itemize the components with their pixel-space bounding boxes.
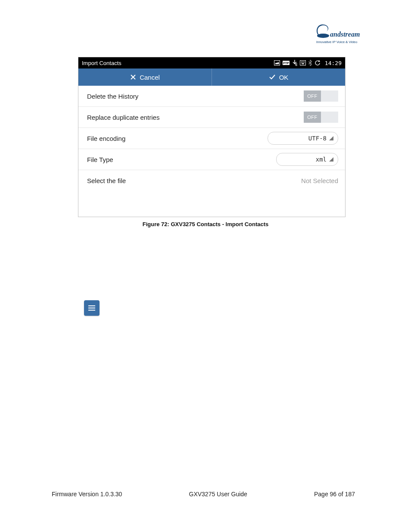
ftp-icon: FTP — [283, 61, 290, 65]
brand-logo: andstream Innovative IP Voice & Video — [316, 24, 364, 44]
svg-rect-7 — [301, 62, 302, 62]
svg-rect-8 — [302, 62, 303, 62]
select-file-label: Select the file — [87, 177, 301, 184]
file-encoding-label: File encoding — [87, 135, 268, 142]
cancel-label: Cancel — [140, 74, 160, 81]
keyboard-icon — [300, 60, 306, 65]
row-delete-history: Delete the History OFF — [78, 86, 345, 107]
close-icon — [130, 74, 136, 80]
svg-point-0 — [317, 34, 329, 38]
page-footer: Firmware Version 1.0.3.30 GXV3275 User G… — [0, 491, 411, 498]
row-file-encoding: File encoding UTF-8 — [78, 128, 345, 149]
check-icon — [269, 74, 276, 80]
figure-caption: Figure 72: GXV3275 Contacts - Import Con… — [0, 221, 411, 227]
dropdown-triangle-icon — [329, 136, 333, 140]
cancel-button[interactable]: Cancel — [78, 68, 212, 86]
row-replace-duplicate: Replace duplicate entries OFF — [78, 107, 345, 128]
dropdown-triangle-icon — [329, 157, 333, 162]
svg-rect-6 — [300, 61, 305, 65]
delete-history-toggle[interactable]: OFF — [304, 90, 338, 102]
download-icon — [292, 60, 297, 66]
svg-rect-10 — [302, 63, 304, 64]
toggle-knob — [321, 90, 338, 102]
replace-duplicate-label: Replace duplicate entries — [87, 114, 304, 121]
row-select-file[interactable]: Select the file Not Selected — [78, 170, 345, 191]
svg-text:andstream: andstream — [330, 31, 360, 38]
footer-firmware: Firmware Version 1.0.3.30 — [52, 491, 122, 498]
menu-icon-button[interactable] — [84, 300, 100, 316]
svg-rect-2 — [274, 61, 280, 65]
svg-rect-9 — [304, 62, 305, 62]
delete-history-label: Delete the History — [87, 93, 304, 100]
bluetooth-icon — [308, 60, 312, 66]
status-icons: FTP 14:29 — [274, 60, 342, 66]
ok-button[interactable]: OK — [212, 68, 345, 86]
toggle-knob — [321, 112, 338, 123]
file-encoding-spinner[interactable]: UTF-8 — [268, 132, 338, 145]
sync-icon — [314, 60, 321, 66]
device-screenshot: Import Contacts FTP 14:29 Cancel OK Dele… — [78, 57, 346, 217]
hamburger-icon — [88, 305, 96, 311]
footer-guide-title: GXV3275 User Guide — [189, 491, 247, 498]
file-type-label: File Type — [87, 156, 276, 163]
replace-duplicate-toggle[interactable]: OFF — [304, 112, 338, 123]
svg-text:FTP: FTP — [283, 62, 289, 65]
screen-title: Import Contacts — [82, 60, 274, 66]
status-bar: Import Contacts FTP 14:29 — [78, 57, 345, 68]
footer-page-number: Page 96 of 187 — [314, 491, 355, 498]
picture-icon — [274, 60, 280, 65]
status-time: 14:29 — [325, 60, 342, 66]
action-bar: Cancel OK — [78, 68, 345, 86]
file-type-spinner[interactable]: xml — [276, 153, 338, 166]
brand-tagline: Innovative IP Voice & Video — [316, 40, 364, 44]
ok-label: OK — [279, 74, 289, 81]
select-file-value: Not Selected — [301, 177, 338, 184]
filler — [78, 191, 345, 217]
row-file-type: File Type xml — [78, 149, 345, 170]
